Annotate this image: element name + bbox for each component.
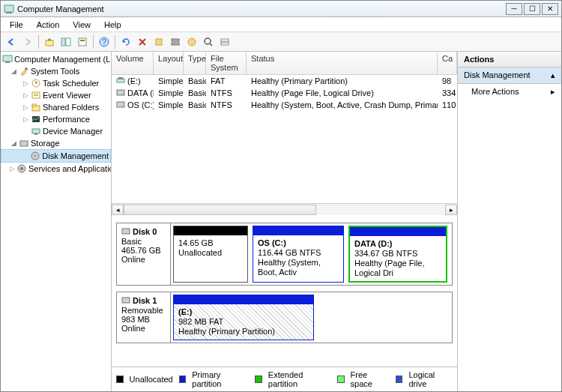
legend-swatch-free [337, 376, 345, 383]
svg-rect-23 [34, 94, 38, 94]
expand-icon[interactable]: ▷ [22, 115, 29, 123]
tree-shared-folders[interactable]: ▷ Shared Folders [1, 101, 111, 113]
svg-rect-6 [80, 40, 85, 41]
svg-rect-1 [6, 12, 12, 13]
tree-event-viewer[interactable]: ▷ Event Viewer [1, 89, 111, 101]
partition[interactable]: (E:)982 MB FATHealthy (Primary Partition… [173, 295, 314, 340]
disk-type: Removable [121, 306, 166, 315]
col-filesystem[interactable]: File System [206, 52, 247, 74]
col-capacity[interactable]: Ca [438, 52, 457, 74]
expand-icon[interactable]: ▷ [22, 91, 29, 99]
disk-row[interactable]: Disk 0Basic465.76 GBOnline14.65 GBUnallo… [116, 223, 453, 286]
cell-fs: FAT [206, 75, 247, 87]
menu-help[interactable]: Help [98, 19, 127, 31]
tree-services[interactable]: ▷ Services and Applications [1, 163, 111, 175]
svg-rect-28 [32, 129, 40, 133]
tree-performance[interactable]: ▷ Performance [1, 113, 111, 125]
refresh-button[interactable] [118, 34, 133, 49]
tree-root[interactable]: Computer Management (Local [1, 53, 111, 65]
volume-list-header[interactable]: Volume Layout Type File System Status Ca [112, 52, 457, 75]
app-icon [4, 4, 14, 14]
col-volume[interactable]: Volume [112, 52, 154, 74]
volume-row[interactable]: (E:)SimpleBasicFATHealthy (Primary Parti… [112, 75, 457, 87]
expand-icon[interactable]: ▷ [10, 165, 15, 172]
partition[interactable]: DATA (D:)334.67 GB NTFSHealthy (Page Fil… [348, 226, 447, 283]
actions-more-actions[interactable]: More Actions ▸ [458, 84, 561, 100]
svg-point-33 [34, 155, 36, 157]
disk-name: Disk 1 [133, 296, 157, 305]
svg-rect-5 [79, 38, 86, 46]
settings-button[interactable] [151, 34, 166, 49]
disk-map[interactable]: Disk 0Basic465.76 GBOnline14.65 GBUnallo… [112, 215, 457, 367]
show-hide-tree-button[interactable] [58, 34, 73, 49]
tree-label: Performance [43, 115, 90, 124]
tree-device-manager[interactable]: Device Manager [1, 125, 111, 137]
volume-row[interactable]: DATA (D:)SimpleBasicNTFSHealthy (Page Fi… [112, 87, 457, 99]
back-button[interactable] [4, 34, 19, 49]
performance-icon [31, 114, 41, 124]
legend-unallocated: Unallocated [130, 375, 173, 384]
up-button[interactable] [42, 34, 57, 49]
tree-system-tools[interactable]: ◢ System Tools [1, 65, 111, 77]
expand-icon[interactable]: ▷ [22, 79, 29, 87]
col-layout[interactable]: Layout [154, 52, 184, 74]
disk-row[interactable]: Disk 1Removable983 MBOnline(E:)982 MB FA… [116, 292, 453, 343]
maximize-button[interactable]: ☐ [524, 3, 540, 15]
scroll-left-button[interactable]: ◂ [112, 205, 124, 215]
close-button[interactable]: ✕ [542, 3, 558, 15]
navigation-tree[interactable]: Computer Management (Local ◢ System Tool… [1, 52, 112, 391]
actions-more-label: More Actions [471, 87, 519, 97]
properties-button[interactable] [75, 34, 90, 49]
list-button[interactable] [217, 34, 232, 49]
svg-rect-40 [117, 102, 124, 107]
scroll-right-button[interactable]: ▸ [445, 205, 457, 215]
minimize-button[interactable]: ─ [506, 3, 522, 15]
cell-capacity: 334 [438, 87, 457, 99]
partition[interactable]: 14.65 GBUnallocated [173, 226, 248, 283]
tree-label: System Tools [31, 67, 79, 76]
menu-file[interactable]: File [4, 19, 29, 31]
legend: Unallocated Primary partition Extended p… [112, 367, 457, 391]
horizontal-scrollbar[interactable]: ◂ ▸ [112, 203, 457, 215]
disk-view-button[interactable] [168, 34, 183, 49]
menu-view[interactable]: View [67, 19, 97, 31]
legend-swatch-primary [179, 376, 187, 383]
collapse-icon[interactable]: ◢ [10, 67, 17, 75]
svg-rect-24 [34, 95, 38, 96]
svg-rect-4 [66, 38, 70, 46]
scroll-track[interactable] [124, 205, 445, 215]
partition-status: Healthy (Primary Partition) [178, 327, 309, 337]
col-type[interactable]: Type [184, 52, 206, 74]
drive-icon [116, 88, 125, 98]
partition[interactable]: OS (C:)116.44 GB NTFSHealthy (System, Bo… [253, 226, 344, 283]
disk-size: 983 MB [121, 315, 166, 324]
partition-bar [174, 226, 247, 235]
tree-task-scheduler[interactable]: ▷ Task Scheduler [1, 77, 111, 89]
disk-header[interactable]: Disk 0Basic465.76 GBOnline [117, 223, 171, 285]
scroll-thumb[interactable] [124, 205, 316, 215]
cell-status: Healthy (System, Boot, Active, Crash Dum… [247, 99, 438, 111]
forward-button[interactable] [20, 34, 35, 49]
chevron-right-icon: ▸ [551, 87, 555, 97]
menu-action[interactable]: Action [31, 19, 66, 31]
col-status[interactable]: Status [247, 52, 438, 74]
volume-row[interactable]: OS (C:)SimpleBasicNTFSHealthy (System, B… [112, 99, 457, 111]
svg-rect-11 [172, 43, 179, 45]
help-button[interactable]: ? [97, 34, 112, 49]
cell-fs: NTFS [206, 87, 247, 99]
svg-point-12 [188, 38, 196, 46]
collapse-icon[interactable]: ◢ [10, 139, 17, 147]
tree-disk-management[interactable]: Disk Management [1, 149, 111, 163]
actions-context-bar[interactable]: Disk Management ▴ [458, 67, 561, 84]
delete-button[interactable] [135, 34, 150, 49]
device-icon [31, 126, 41, 136]
tree-storage[interactable]: ◢ Storage [1, 137, 111, 149]
volume-list[interactable]: Volume Layout Type File System Status Ca… [112, 52, 457, 215]
svg-point-13 [205, 38, 211, 44]
find-button[interactable] [201, 34, 216, 49]
action-button[interactable] [184, 34, 199, 49]
expand-icon[interactable]: ▷ [22, 103, 29, 111]
disk-header[interactable]: Disk 1Removable983 MBOnline [117, 292, 171, 343]
svg-rect-38 [117, 90, 124, 95]
main-content: Volume Layout Type File System Status Ca… [112, 52, 458, 391]
